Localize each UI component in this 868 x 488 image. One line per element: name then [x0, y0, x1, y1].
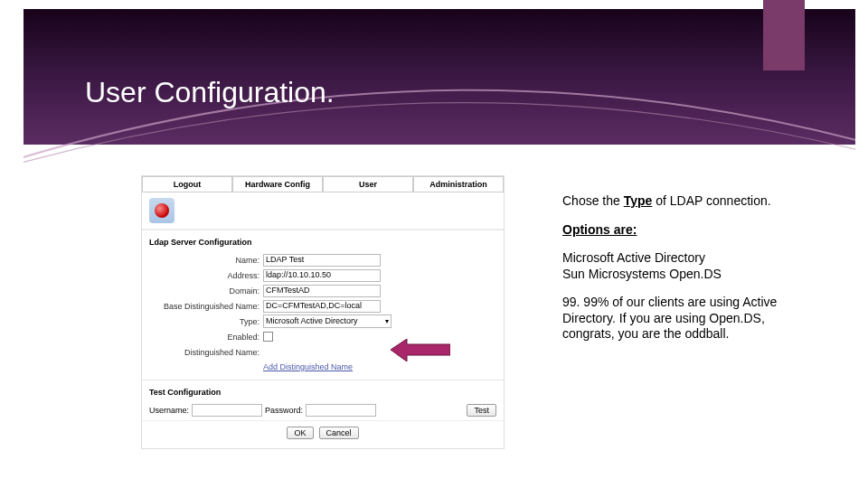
input-basedn[interactable]: DC=CFMTestAD,DC=local: [263, 300, 381, 313]
tab-logout[interactable]: Logout: [142, 176, 232, 192]
tab-hardware[interactable]: Hardware Config: [232, 176, 323, 192]
tab-user[interactable]: User: [323, 176, 413, 192]
label-address: Address:: [149, 271, 259, 280]
record-icon[interactable]: [149, 198, 175, 223]
type-word: Type: [624, 193, 653, 208]
input-username[interactable]: [192, 404, 262, 417]
nav-tabs: Logout Hardware Config User Administrati…: [142, 176, 504, 192]
side-p2: Options are:: [562, 222, 816, 239]
label-domain: Domain:: [149, 286, 259, 296]
checkbox-enabled[interactable]: [263, 332, 273, 342]
link-add-dn[interactable]: Add Distinguished Name: [263, 362, 353, 371]
label-password: Password:: [265, 406, 303, 415]
label-username: Username:: [149, 406, 189, 415]
side-p3: Microsoft Active Directory Sun Microsyst…: [562, 250, 816, 282]
svg-marker-0: [391, 339, 450, 361]
tab-admin[interactable]: Administration: [413, 176, 504, 192]
label-basedn: Base Distinguished Name:: [149, 302, 259, 311]
label-name: Name:: [149, 256, 259, 265]
bottom-buttons: OK Cancel: [142, 420, 504, 448]
button-cancel[interactable]: Cancel: [319, 427, 359, 439]
input-address[interactable]: ldap://10.10.10.50: [263, 269, 381, 282]
input-name[interactable]: LDAP Test: [263, 254, 381, 267]
button-ok[interactable]: OK: [287, 427, 313, 439]
side-p4: 99. 99% of our clients are using Active …: [562, 295, 816, 343]
label-dn: Distinguished Name:: [149, 348, 259, 357]
accent-tab: [763, 0, 805, 70]
input-password[interactable]: [306, 404, 376, 417]
button-test[interactable]: Test: [467, 404, 496, 417]
panel-test-title: Test Configuration: [142, 380, 504, 400]
arrow-pointer: [391, 339, 450, 361]
side-text: Chose the Type of LDAP connection. Optio…: [562, 193, 816, 355]
slide-title: User Configuration.: [85, 76, 335, 109]
side-p1: Chose the Type of LDAP connection.: [562, 193, 816, 210]
input-domain[interactable]: CFMTestAD: [263, 285, 381, 297]
app-screenshot: Logout Hardware Config User Administrati…: [141, 175, 505, 449]
toolbar: [142, 192, 504, 230]
label-type: Type:: [149, 317, 259, 326]
select-type[interactable]: Microsoft Active Directory: [263, 314, 392, 328]
label-enabled: Enabled:: [149, 333, 259, 342]
test-row: Username: Password: Test: [142, 400, 504, 420]
panel-ldap-title: Ldap Server Configuration: [142, 230, 504, 250]
